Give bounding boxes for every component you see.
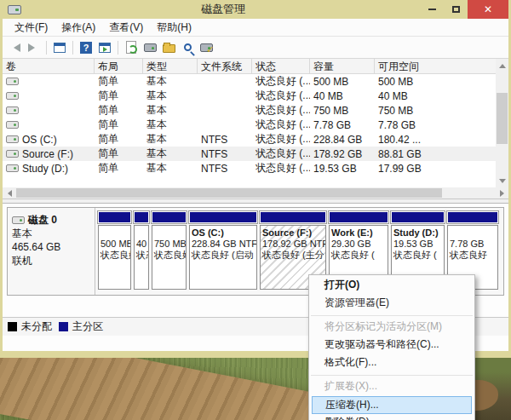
volume-capacity-cell: 178.92 GB <box>310 148 375 160</box>
toolbar-separator <box>46 41 47 55</box>
partition-body[interactable]: 40 MB状态良好 <box>134 225 149 290</box>
volume-row-6[interactable]: Study (D:)简单基本NTFS状态良好 (...19.53 GB17.99… <box>3 161 508 175</box>
volume-row-0[interactable]: 简单基本状态良好 (...500 MB500 MB <box>3 74 508 89</box>
volume-capacity-cell: 19.53 GB <box>310 163 375 175</box>
disk-type: 基本 <box>12 227 90 240</box>
scroll-up-button[interactable] <box>496 59 508 72</box>
legend-label: 主分区 <box>72 319 103 334</box>
volume-icon <box>6 150 19 158</box>
partition-type-bar <box>134 211 149 223</box>
column-header-1[interactable]: 布局 <box>95 59 143 73</box>
action-pane-icon <box>99 43 111 53</box>
volume-row-3[interactable]: 简单基本状态良好 (...7.78 GB7.78 GB <box>3 118 508 132</box>
volume-name-cell: Study (D:) <box>3 163 95 175</box>
action-pane-button[interactable] <box>96 39 113 56</box>
legend-item-1: 主分区 <box>59 319 103 334</box>
search-button[interactable] <box>179 39 196 56</box>
context-menu-item-4[interactable]: 更改驱动器号和路径(C)... <box>309 337 474 354</box>
volume-icon <box>6 92 19 100</box>
volume-icon <box>6 106 19 114</box>
toolbar-separator <box>72 41 73 55</box>
column-header-6[interactable]: 可用空间 <box>375 59 508 73</box>
volume-capacity-cell: 7.78 GB <box>310 119 375 131</box>
open-button[interactable] <box>160 39 177 56</box>
volume-type-cell: 基本 <box>143 89 198 103</box>
check-disk-icon <box>200 43 213 52</box>
partition-40 MB[interactable]: 40 MB状态良好 <box>134 211 149 290</box>
disk-icon <box>12 216 25 224</box>
partition-body[interactable]: 750 MB状态良好 <box>152 225 187 290</box>
volume-row-5[interactable]: Source (F:)简单基本NTFS状态良好 (...178.92 GB88.… <box>3 147 508 161</box>
scroll-right-button[interactable] <box>496 187 508 198</box>
volume-row-2[interactable]: 简单基本状态良好 (...750 MB750 MB <box>3 103 508 118</box>
menu-bar: 文件(F)操作(A)查看(V)帮助(H) <box>3 19 508 37</box>
partition-750 MB[interactable]: 750 MB状态良好 <box>152 211 187 290</box>
context-menu-item-8[interactable]: 压缩卷(H)... <box>312 396 472 414</box>
back-button[interactable] <box>6 39 23 56</box>
scroll-down-button[interactable] <box>496 175 508 187</box>
volume-layout-cell: 简单 <box>95 74 143 89</box>
partition-OS (C:)[interactable]: OS (C:)228.84 GB NTFS状态良好 (启动 <box>189 211 257 290</box>
context-menu-item-5[interactable]: 格式化(F)... <box>309 354 474 372</box>
volume-name-cell <box>3 92 95 100</box>
menu-item-1[interactable]: 操作(A) <box>55 19 102 37</box>
close-button[interactable]: ✕ <box>468 0 508 19</box>
volume-status-cell: 状态良好 (... <box>252 103 310 118</box>
partition-type-bar <box>391 211 445 223</box>
partition-type-bar <box>260 211 326 223</box>
volume-row-4[interactable]: OS (C:)简单基本NTFS状态良好 (...228.84 GB180.42 … <box>3 132 508 147</box>
volume-layout-cell: 简单 <box>95 118 143 132</box>
volume-name: OS (C:) <box>22 134 57 146</box>
vertical-scroll-thumb[interactable] <box>497 93 508 144</box>
column-header-5[interactable]: 容量 <box>310 59 375 73</box>
forward-button[interactable] <box>25 39 42 56</box>
menu-separator <box>311 375 473 376</box>
arrow-right-icon <box>500 190 508 197</box>
context-menu-item-9[interactable]: 删除卷(D)... <box>309 414 474 420</box>
horizontal-scroll-thumb[interactable] <box>16 188 442 198</box>
partition-type-bar <box>329 211 388 223</box>
refresh-button[interactable] <box>123 39 140 56</box>
column-header-3[interactable]: 文件系统 <box>198 59 252 73</box>
legend-item-0: 未分配 <box>8 319 52 334</box>
partition-name: Work (E:) <box>331 227 386 239</box>
partition-500 MB[interactable]: 500 MB状态良好 <box>98 211 131 290</box>
help-icon: ? <box>80 42 92 54</box>
partition-body[interactable]: OS (C:)228.84 GB NTFS状态良好 (启动 <box>189 225 257 290</box>
help-button[interactable]: ? <box>78 39 95 56</box>
check-disk-button[interactable] <box>198 39 215 56</box>
volume-row-1[interactable]: 简单基本状态良好 (...40 MB40 MB <box>3 89 508 103</box>
title-bar[interactable]: 磁盘管理 ✕ <box>3 0 508 19</box>
volume-name-cell: OS (C:) <box>3 134 95 146</box>
scroll-left-button[interactable] <box>3 187 15 198</box>
partition-body[interactable]: 500 MB状态良好 <box>98 225 131 290</box>
arrow-left-icon <box>4 190 12 197</box>
menu-item-3[interactable]: 帮助(H) <box>150 19 198 37</box>
toolbar: ? <box>3 37 508 59</box>
menu-item-2[interactable]: 查看(V) <box>102 19 150 37</box>
column-header-2[interactable]: 类型 <box>143 59 198 73</box>
rescan-disks-button[interactable] <box>141 39 158 56</box>
disk-status: 联机 <box>12 254 90 268</box>
partition-name: Study (D:) <box>393 227 442 239</box>
disk-0-info[interactable]: 磁盘 0 基本 465.64 GB 联机 <box>8 208 95 295</box>
volume-capacity-cell: 750 MB <box>310 105 375 117</box>
partition-type-bar <box>447 211 498 223</box>
menu-item-0[interactable]: 文件(F) <box>8 19 55 37</box>
partition-size: 7.78 GB <box>450 239 496 250</box>
legend-label: 未分配 <box>21 319 52 334</box>
partition-size: 500 MB <box>100 239 129 250</box>
context-menu-item-0[interactable]: 打开(O) <box>309 277 474 295</box>
column-header-4[interactable]: 状态 <box>252 59 310 73</box>
console-window-button[interactable] <box>51 39 68 56</box>
window-title: 磁盘管理 <box>26 2 420 17</box>
horizontal-scrollbar[interactable] <box>3 187 508 198</box>
volume-icon <box>6 164 19 172</box>
minimize-button[interactable] <box>420 0 444 19</box>
partition-name <box>450 227 496 239</box>
maximize-button[interactable] <box>444 0 468 19</box>
context-menu-item-1[interactable]: 资源管理器(E) <box>309 295 474 313</box>
vertical-scrollbar[interactable] <box>496 59 508 187</box>
volume-layout-cell: 简单 <box>95 147 143 161</box>
column-header-0[interactable]: 卷 <box>3 59 95 73</box>
